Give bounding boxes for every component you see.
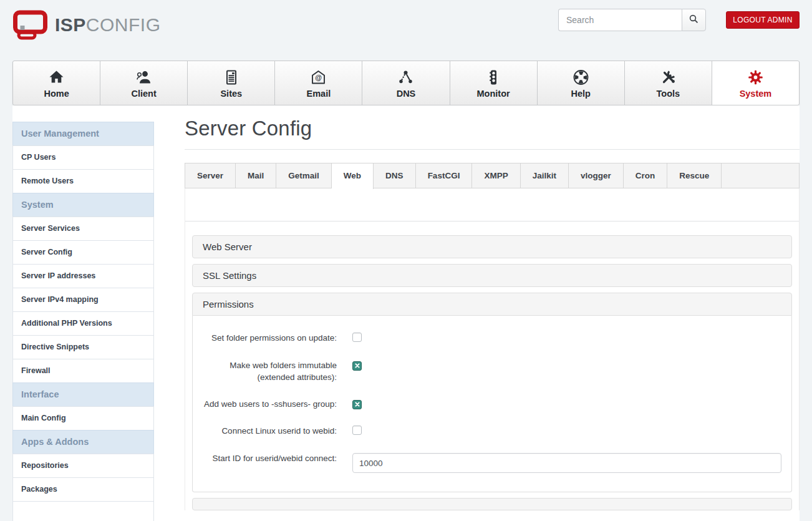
add-web-users-sshusers-checkbox[interactable] xyxy=(352,400,362,409)
home-icon xyxy=(48,68,65,85)
nav-label: Home xyxy=(44,89,69,99)
client-icon xyxy=(135,68,152,85)
logo-text: ISPCONFIG xyxy=(55,16,161,34)
sidebar-item-remote-users[interactable]: Remote Users xyxy=(12,169,154,193)
toolbar-space xyxy=(185,188,799,222)
sidebar-item-additional-php-versions[interactable]: Additional PHP Versions xyxy=(12,311,154,336)
nav-item-home[interactable]: Home xyxy=(13,61,100,105)
sidebar-header-interface: Interface xyxy=(12,382,154,407)
tab-content: Web Server SSL Settings Permissions Set … xyxy=(185,188,800,510)
nav-item-monitor[interactable]: Monitor xyxy=(450,61,538,105)
sidebar-item-firewall[interactable]: Firewall xyxy=(12,359,154,383)
panel-next-partial xyxy=(192,498,792,510)
panel-web-server: Web Server xyxy=(192,235,792,258)
nav-label: Monitor xyxy=(477,89,510,99)
panel-header-permissions[interactable]: Permissions xyxy=(192,293,792,316)
field-control xyxy=(352,452,781,473)
panel-ssl-settings: SSL Settings xyxy=(192,264,792,287)
sidebar-item-main-config[interactable]: Main Config xyxy=(12,406,154,431)
permissions-form: Set folder permissions on update: Make w… xyxy=(192,316,792,492)
sidebar-item-cp-users[interactable]: CP Users xyxy=(12,145,154,170)
set-folder-permissions-checkbox[interactable] xyxy=(352,333,362,342)
tab-xmpp[interactable]: XMPP xyxy=(472,163,520,188)
tab-server[interactable]: Server xyxy=(185,163,236,188)
start-id-input[interactable] xyxy=(352,453,781,473)
logout-button[interactable]: LOGOUT ADMIN xyxy=(726,11,800,29)
nav-item-help[interactable]: Help xyxy=(538,61,625,105)
nav-label: System xyxy=(740,89,772,99)
nav-label: Tools xyxy=(657,89,680,99)
form-row: Set folder permissions on update: xyxy=(203,332,781,344)
field-control xyxy=(352,425,362,437)
sidebar-item-directive-snippets[interactable]: Directive Snippets xyxy=(12,335,154,359)
panel-header-ssl-settings[interactable]: SSL Settings xyxy=(192,264,792,287)
search-button[interactable] xyxy=(682,9,706,31)
search-group xyxy=(558,9,706,31)
sidebar-item-packages[interactable]: Packages xyxy=(12,477,154,502)
sidebar-item-partial[interactable] xyxy=(12,501,154,521)
ispconfig-monitor-logo-icon xyxy=(12,10,49,40)
sites-icon xyxy=(223,68,239,85)
panel-permissions: Permissions Set folder permissions on up… xyxy=(192,293,792,492)
field-label: Start ID for userid/webid connect: xyxy=(203,452,337,473)
config-tabs: Server Mail Getmail Web DNS FastCGI XMPP… xyxy=(185,163,800,188)
sidebar-item-repositories[interactable]: Repositories xyxy=(12,454,154,478)
tab-vlogger[interactable]: vlogger xyxy=(569,163,624,188)
nav-item-system[interactable]: System xyxy=(712,61,799,105)
field-label: Connect Linux userid to webid: xyxy=(203,425,337,437)
dns-icon xyxy=(397,68,414,85)
svg-text:@: @ xyxy=(316,73,322,80)
nav-label: Sites xyxy=(220,89,242,99)
email-icon: @ xyxy=(310,68,327,85)
ispconfig-logo: ISPCONFIG xyxy=(12,10,161,40)
sidebar-header-apps-addons: Apps & Addons xyxy=(12,430,154,454)
tab-fastcgi[interactable]: FastCGI xyxy=(416,163,473,188)
logo-text-bold: ISP xyxy=(55,14,86,35)
content-area: User Management CP Users Remote Users Sy… xyxy=(12,105,800,521)
nav-item-email[interactable]: @ Email xyxy=(275,61,362,105)
search-input[interactable] xyxy=(558,9,682,31)
life-ring-icon xyxy=(573,68,589,85)
tab-getmail[interactable]: Getmail xyxy=(276,163,332,188)
tabstrip-filler xyxy=(722,163,799,188)
connect-linux-userid-checkbox[interactable] xyxy=(352,426,362,435)
form-row: Add web users to -sshusers- group: xyxy=(203,398,781,410)
tab-cron[interactable]: Cron xyxy=(624,163,668,188)
sidebar-item-server-config[interactable]: Server Config xyxy=(12,240,154,265)
logo-text-light: CONFIG xyxy=(86,14,161,35)
sidebar: User Management CP Users Remote Users Sy… xyxy=(12,122,154,521)
search-icon xyxy=(689,14,698,26)
top-header: ISPCONFIG LOGOUT ADMIN xyxy=(0,0,812,61)
sidebar-item-server-services[interactable]: Server Services xyxy=(12,217,154,241)
tab-dns[interactable]: DNS xyxy=(374,163,416,188)
form-row: Connect Linux userid to webid: xyxy=(203,425,781,437)
traffic-light-icon xyxy=(485,68,502,85)
field-control xyxy=(352,398,362,410)
nav-label: Client xyxy=(132,89,157,99)
form-row: Make web folders immutable (extended att… xyxy=(203,359,781,383)
form-row: Start ID for userid/webid connect: xyxy=(203,452,781,473)
sidebar-item-server-ipv4-mapping[interactable]: Server IPv4 mapping xyxy=(12,288,154,312)
sidebar-header-system: System xyxy=(12,193,154,217)
nav-label: Help xyxy=(571,89,591,99)
panel-header-next-partial[interactable] xyxy=(192,498,792,510)
panel-header-web-server[interactable]: Web Server xyxy=(192,235,792,258)
sidebar-header-user-management: User Management xyxy=(12,122,154,146)
field-control xyxy=(352,332,362,344)
field-label: Make web folders immutable (extended att… xyxy=(203,359,337,383)
tab-web[interactable]: Web xyxy=(332,163,374,189)
nav-label: DNS xyxy=(397,89,416,99)
nav-item-client[interactable]: Client xyxy=(100,61,188,105)
web-folders-immutable-checkbox[interactable] xyxy=(352,361,362,371)
main-navigation: Home Client Sites xyxy=(12,61,800,105)
field-label: Add web users to -sshusers- group: xyxy=(203,398,337,410)
nav-item-tools[interactable]: Tools xyxy=(625,61,712,105)
tab-jailkit[interactable]: Jailkit xyxy=(521,163,569,188)
nav-label: Email xyxy=(307,89,331,99)
field-control xyxy=(352,359,362,383)
tab-mail[interactable]: Mail xyxy=(236,163,276,188)
nav-item-dns[interactable]: DNS xyxy=(362,61,450,105)
tab-rescue[interactable]: Rescue xyxy=(667,163,722,188)
sidebar-item-server-ip-addresses[interactable]: Server IP addresses xyxy=(12,264,154,288)
nav-item-sites[interactable]: Sites xyxy=(188,61,275,105)
